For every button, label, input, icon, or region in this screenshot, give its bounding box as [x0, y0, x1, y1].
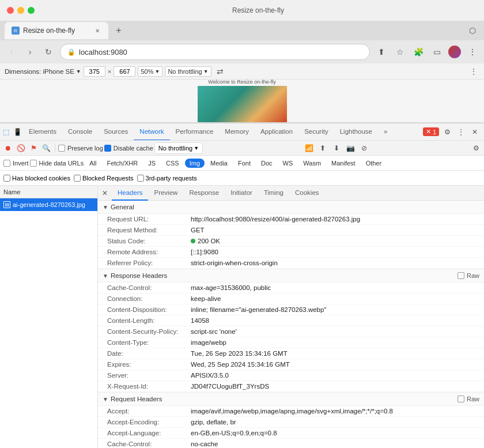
filter-tab-fetch-xhr[interactable]: Fetch/XHR: [102, 159, 142, 168]
tab-more[interactable]: »: [378, 123, 393, 141]
menu-icon[interactable]: ⋮: [466, 45, 479, 59]
refresh-button[interactable]: ↻: [41, 45, 55, 59]
filter-tab-ws[interactable]: WS: [278, 159, 298, 168]
filter-tab-media[interactable]: Media: [206, 159, 232, 168]
invert-label: Invert: [13, 160, 29, 167]
tab-sources[interactable]: Sources: [98, 123, 134, 141]
record-button[interactable]: ⏺: [2, 142, 14, 154]
filter-tab-js[interactable]: JS: [143, 159, 160, 168]
tab-application[interactable]: Application: [255, 123, 298, 141]
sub-tab-timing[interactable]: Timing: [258, 186, 289, 201]
device-label: Dimensions: iPhone SE: [5, 68, 74, 75]
throttle-selector[interactable]: No throttling ▼: [165, 66, 211, 77]
has-blocked-cookies-label-group[interactable]: Has blocked cookies: [3, 175, 70, 182]
general-section-header[interactable]: ▼ General: [98, 201, 484, 214]
preserve-log-checkbox-group[interactable]: Preserve log: [58, 145, 103, 152]
clear-button[interactable]: 🚫: [15, 142, 27, 154]
sub-tab-response[interactable]: Response: [183, 186, 225, 201]
bookmark-icon[interactable]: ☆: [393, 45, 407, 59]
third-party-checkbox[interactable]: [137, 175, 144, 182]
response-raw-checkbox[interactable]: [457, 272, 464, 279]
height-input[interactable]: [114, 66, 135, 77]
devtools-device-icon[interactable]: 📱: [12, 126, 23, 138]
devtools-more-options-icon[interactable]: ⋮: [455, 126, 467, 138]
invert-checkbox[interactable]: [3, 160, 10, 167]
tab-performance[interactable]: Performance: [170, 123, 220, 141]
status-green-dot: [191, 239, 195, 243]
hide-data-urls-checkbox[interactable]: [30, 160, 37, 167]
url-bar[interactable]: 🔒 localhost:9080: [60, 44, 370, 60]
width-input[interactable]: [84, 66, 105, 77]
request-headers-section-header[interactable]: ▼ Request Headers Raw: [98, 393, 484, 406]
avatar[interactable]: [448, 46, 461, 58]
share-icon[interactable]: ⬆: [375, 45, 388, 59]
sub-tab-preview[interactable]: Preview: [148, 186, 183, 201]
resp-value-content-security-policy: script-src 'none': [191, 328, 479, 335]
tab-close-button[interactable]: ✕: [93, 27, 101, 35]
forward-button[interactable]: ›: [23, 45, 37, 59]
back-button[interactable]: ‹: [5, 45, 18, 59]
invert-checkbox-group[interactable]: Invert: [3, 160, 29, 167]
gear-icon-right[interactable]: ⚙: [470, 142, 482, 154]
resp-field-0: Cache-Control: max-age=31536000, public: [98, 283, 484, 293]
blocked-requests-checkbox[interactable]: [74, 175, 81, 182]
tab-elements[interactable]: Elements: [23, 123, 62, 141]
devtools-close-icon[interactable]: ✕: [469, 126, 481, 138]
disable-cache-checkbox[interactable]: [104, 145, 111, 152]
filter-tab-manifest[interactable]: Manifest: [327, 159, 360, 168]
disable-js-icon[interactable]: ⊘: [358, 142, 370, 154]
filter-tab-other[interactable]: Other: [361, 159, 387, 168]
hide-data-urls-checkbox-group[interactable]: Hide data URLs: [30, 160, 84, 167]
close-detail-button[interactable]: ✕: [100, 189, 109, 198]
profile-switcher-icon[interactable]: ▭: [430, 45, 444, 59]
security-lock-icon: 🔒: [67, 48, 75, 56]
search-button[interactable]: 🔍: [40, 142, 52, 154]
preserve-log-checkbox[interactable]: [58, 145, 65, 152]
export-icon[interactable]: ⬇: [331, 142, 342, 154]
sub-tab-initiator[interactable]: Initiator: [225, 186, 258, 201]
resp-value-cache-control: max-age=31536000, public: [191, 284, 479, 291]
blocked-requests-label-group[interactable]: Blocked Requests: [74, 175, 134, 182]
zoom-selector[interactable]: 50% ▼: [138, 66, 162, 77]
filter-tab-wasm[interactable]: Wasm: [298, 159, 326, 168]
device-rotate-icon[interactable]: ⇄: [214, 65, 226, 78]
filter-tab-all[interactable]: All: [85, 159, 101, 168]
filter-tab-img[interactable]: Img: [185, 159, 205, 168]
filter-button[interactable]: ⚑: [28, 142, 39, 154]
devtools-more-icon[interactable]: ⋮: [468, 66, 479, 77]
tab-memory[interactable]: Memory: [219, 123, 255, 141]
sub-tabs: ✕ Headers Preview Response Initiator Tim…: [98, 186, 484, 201]
tab-security[interactable]: Security: [298, 123, 334, 141]
response-headers-raw-btn[interactable]: Raw: [457, 272, 479, 279]
import-icon[interactable]: ⬆: [317, 142, 328, 154]
throttle-dropdown[interactable]: No throttling ▼: [154, 142, 203, 154]
third-party-label-group[interactable]: 3rd-party requests: [137, 175, 197, 182]
has-blocked-cookies-checkbox[interactable]: [3, 175, 10, 182]
window-minimize-icon[interactable]: ⬡: [466, 24, 479, 37]
disable-cache-checkbox-group[interactable]: Disable cache: [104, 145, 153, 152]
extensions-icon[interactable]: 🧩: [411, 45, 425, 59]
maximize-window-button[interactable]: [28, 7, 35, 14]
browser-tab[interactable]: R Resize on-the-fly ✕: [5, 22, 108, 39]
file-item-0[interactable]: 🖼 ai-generated-8270263.jpg: [0, 198, 97, 211]
request-headers-raw-btn[interactable]: Raw: [457, 396, 479, 402]
devtools-settings-icon[interactable]: ⚙: [441, 126, 453, 138]
wifi-icon[interactable]: 📶: [303, 142, 315, 154]
close-window-button[interactable]: [7, 7, 14, 14]
device-selector[interactable]: Dimensions: iPhone SE ▼: [5, 68, 81, 75]
tab-network[interactable]: Network: [134, 123, 169, 141]
filter-tab-css[interactable]: CSS: [161, 159, 184, 168]
sub-tab-cookies[interactable]: Cookies: [289, 186, 325, 201]
request-raw-checkbox[interactable]: [457, 396, 464, 402]
resp-field-8: Server: APISIX/3.5.0: [98, 370, 484, 381]
devtools-inspect-icon[interactable]: ⬚: [0, 126, 12, 138]
filter-tab-font[interactable]: Font: [233, 159, 255, 168]
new-tab-button[interactable]: +: [111, 22, 127, 39]
response-headers-section-header[interactable]: ▼ Response Headers Raw: [98, 269, 484, 283]
minimize-window-button[interactable]: [17, 7, 24, 14]
filter-tab-doc[interactable]: Doc: [256, 159, 277, 168]
tab-console[interactable]: Console: [62, 123, 98, 141]
tab-lighthouse[interactable]: Lighthouse: [334, 123, 378, 141]
sub-tab-headers[interactable]: Headers: [112, 186, 148, 201]
camera-icon[interactable]: 📷: [345, 142, 356, 154]
